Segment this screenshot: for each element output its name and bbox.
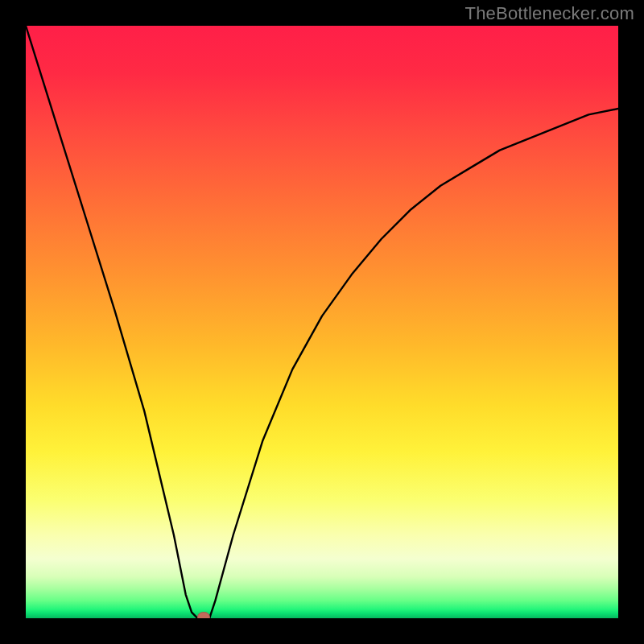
watermark-text: TheBottlenecker.com — [465, 3, 634, 24]
plot-area — [26, 26, 618, 618]
curve-path — [26, 26, 618, 618]
chart-frame: TheBottlenecker.com — [0, 0, 644, 644]
optimum-marker — [197, 612, 210, 618]
bottleneck-curve — [26, 26, 618, 618]
